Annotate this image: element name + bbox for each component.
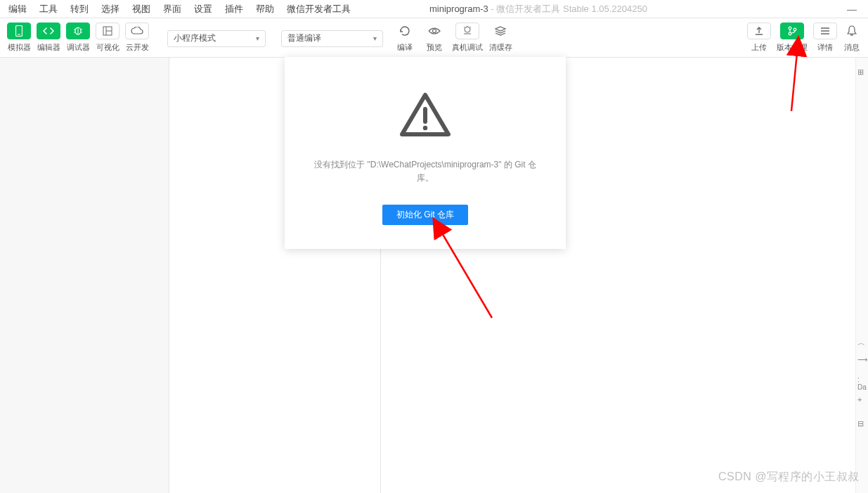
svg-point-11 bbox=[433, 30, 436, 33]
layers-icon bbox=[495, 26, 506, 36]
branch-icon bbox=[787, 26, 797, 36]
menu-ui[interactable]: 界面 bbox=[157, 1, 187, 18]
menu-tools[interactable]: 工具 bbox=[34, 1, 63, 18]
toolbar: 模拟器 编辑器 调试器 可视化 云开发 小程序模式 ▾ 普通编译 ▾ 编 bbox=[0, 18, 868, 58]
preview-button[interactable]: 预览 bbox=[422, 23, 446, 53]
svg-line-15 bbox=[464, 27, 465, 27]
mode-select[interactable]: 小程序模式 ▾ bbox=[167, 30, 266, 47]
bell-icon bbox=[847, 25, 857, 37]
svg-point-12 bbox=[465, 27, 470, 32]
message-button[interactable]: 消息 bbox=[843, 23, 861, 53]
version-manage-button[interactable]: 版本管理 bbox=[777, 23, 808, 53]
git-init-modal: 没有找到位于 "D:\WeChatProjects\miniprogram-3"… bbox=[285, 57, 566, 249]
visualize-button[interactable]: 可视化 bbox=[96, 23, 119, 53]
menu-devtool-label: 微信开发者工具 bbox=[281, 1, 356, 18]
sidebar-collapse-icon[interactable]: ⊟ bbox=[857, 419, 864, 428]
sidebar-plus-icon[interactable]: + bbox=[857, 395, 862, 404]
upload-icon bbox=[754, 26, 764, 36]
title-version: - 微信开发者工具 Stable 1.05.2204250 bbox=[488, 4, 647, 14]
cloud-icon bbox=[131, 27, 143, 35]
debugger-button[interactable]: 调试器 bbox=[66, 23, 90, 53]
svg-point-19 bbox=[793, 28, 796, 31]
menu-edit[interactable]: 编辑 bbox=[3, 1, 32, 18]
simulator-button[interactable]: 模拟器 bbox=[7, 23, 31, 53]
init-git-repo-button[interactable]: 初始化 Git 仓库 bbox=[382, 205, 468, 225]
modal-message: 没有找到位于 "D:\WeChatProjects\miniprogram-3"… bbox=[286, 158, 564, 185]
menu-settings[interactable]: 设置 bbox=[188, 1, 218, 18]
phone-icon bbox=[15, 25, 22, 37]
editor-button[interactable]: 编辑器 bbox=[37, 23, 60, 53]
menu-view[interactable]: 视图 bbox=[127, 1, 156, 18]
upload-button[interactable]: 上传 bbox=[747, 23, 771, 53]
clear-cache-button[interactable]: 清缓存 bbox=[488, 23, 512, 53]
minimize-icon[interactable]: — bbox=[847, 4, 857, 15]
real-device-button[interactable]: 真机调试 bbox=[452, 23, 483, 53]
cloud-dev-button[interactable]: 云开发 bbox=[125, 23, 149, 53]
right-sidebar: ⊞ ︿ ⟶ : Da + ⊟ bbox=[855, 58, 868, 493]
compile-button[interactable]: 编译 bbox=[393, 23, 417, 53]
menu-help[interactable]: 帮助 bbox=[250, 1, 280, 18]
code-icon bbox=[43, 27, 54, 35]
dropdown-arrow-icon: ▾ bbox=[373, 34, 377, 42]
svg-point-18 bbox=[789, 32, 791, 35]
refresh-icon bbox=[399, 25, 410, 37]
bug-icon bbox=[73, 27, 83, 35]
sidebar-text: : Da bbox=[857, 376, 868, 391]
menu-goto[interactable]: 转到 bbox=[65, 1, 94, 18]
menu-plugins[interactable]: 插件 bbox=[219, 1, 249, 18]
layout-icon bbox=[103, 26, 112, 36]
real-device-icon bbox=[462, 26, 473, 36]
compile-select[interactable]: 普通编译 ▾ bbox=[281, 30, 383, 47]
svg-line-16 bbox=[470, 27, 471, 27]
svg-rect-1 bbox=[18, 34, 20, 35]
menu-select[interactable]: 选择 bbox=[96, 1, 125, 18]
window-title: miniprogram-3 - 微信开发者工具 Stable 1.05.2204… bbox=[358, 3, 846, 15]
sidebar-up-icon[interactable]: ︿ bbox=[857, 338, 865, 348]
details-button[interactable]: 详情 bbox=[813, 23, 837, 53]
left-panel bbox=[0, 58, 169, 493]
svg-point-17 bbox=[789, 27, 791, 30]
svg-point-24 bbox=[423, 126, 427, 130]
window-controls: — bbox=[847, 4, 865, 15]
dropdown-arrow-icon: ▾ bbox=[256, 34, 259, 42]
sidebar-panel-icon[interactable]: ⊞ bbox=[857, 68, 864, 77]
eye-icon bbox=[428, 27, 441, 35]
title-project: miniprogram-3 bbox=[429, 4, 488, 14]
watermark: CSDN @写程序的小王叔叔 bbox=[718, 470, 860, 485]
sidebar-marker-icon: ⟶ bbox=[857, 356, 867, 364]
menu-bar: 编辑 工具 转到 选择 视图 界面 设置 插件 帮助 微信开发者工具 minip… bbox=[0, 0, 868, 18]
warning-icon bbox=[399, 92, 451, 137]
menu-icon bbox=[820, 27, 830, 35]
